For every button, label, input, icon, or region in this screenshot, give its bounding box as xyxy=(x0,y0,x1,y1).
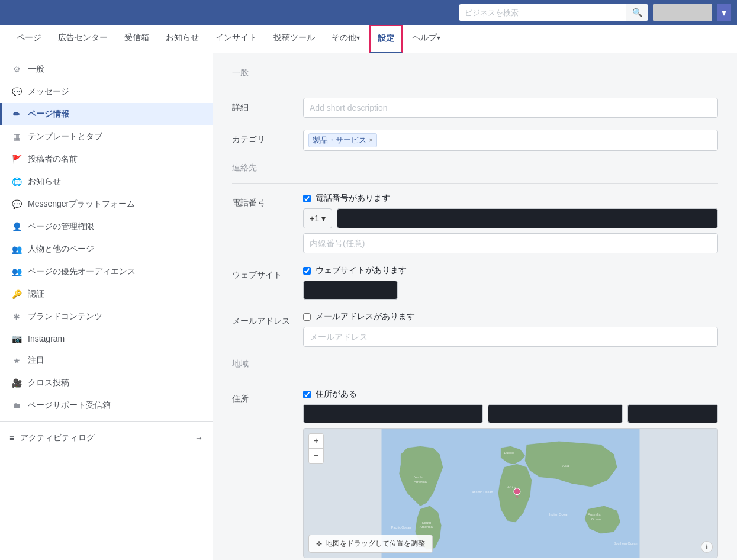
phone-checkbox[interactable] xyxy=(303,195,311,202)
detail-input[interactable] xyxy=(303,98,718,118)
sidebar-item-page-roles-label: ページの管理権限 xyxy=(28,221,94,232)
sidebar-item-page-info-label: ページ情報 xyxy=(28,109,69,120)
navbar: ページ 広告センター 受信箱 お知らせ インサイト 投稿ツール その他 設定 ヘ… xyxy=(0,25,737,53)
drag-icon: ✛ xyxy=(316,540,322,548)
nav-item-publishing-tools[interactable]: 投稿ツール xyxy=(266,25,322,53)
flag-icon: 🚩 xyxy=(11,155,22,164)
sidebar-item-preferred-audience[interactable]: 👥 ページの優先オーディエンス xyxy=(0,260,213,283)
phone-extension-input[interactable] xyxy=(303,233,718,253)
sidebar-item-verification[interactable]: 🔑 認証 xyxy=(0,283,213,305)
activity-log-left: ≡ アクティビティログ xyxy=(9,433,95,443)
website-control: ウェブサイトがあります xyxy=(303,265,718,300)
category-input-wrap[interactable]: 製品・サービス × xyxy=(303,130,718,151)
svg-text:Ocean: Ocean xyxy=(591,517,601,521)
sidebar-item-support-inbox[interactable]: 🖿 ページサポート受信箱 xyxy=(0,394,213,417)
address-city-field[interactable] xyxy=(488,404,623,423)
nav-item-inbox[interactable]: 受信箱 xyxy=(117,25,156,53)
phone-label: 電話番号 xyxy=(232,193,303,208)
nav-item-settings[interactable]: 設定 xyxy=(369,25,403,53)
category-remove-button[interactable]: × xyxy=(369,136,373,144)
sidebar-item-branded-content[interactable]: ✱ ブランドコンテンツ xyxy=(0,305,213,328)
sidebar-item-messenger-platform[interactable]: 💬 Messengerプラットフォーム xyxy=(0,193,213,215)
email-label: メールアドレス xyxy=(232,311,303,327)
sidebar-item-instagram[interactable]: 📷 Instagram xyxy=(0,328,213,349)
contact-section-title: 連絡先 xyxy=(232,163,718,173)
svg-text:Africa: Africa xyxy=(507,485,517,489)
instagram-icon: 📷 xyxy=(11,334,22,343)
category-tag[interactable]: 製品・サービス × xyxy=(308,133,377,147)
sidebar: ⚙ 一般 💬 メッセージ ✏ ページ情報 ▦ テンプレートとタブ 🚩 投稿者の名… xyxy=(0,53,213,560)
nav-item-insights[interactable]: インサイト xyxy=(208,25,264,53)
star-icon: ★ xyxy=(11,356,22,365)
email-checkbox[interactable] xyxy=(303,313,311,321)
nav-item-notifications[interactable]: お知らせ xyxy=(159,25,206,53)
search-button[interactable]: 🔍 xyxy=(626,4,648,21)
sidebar-item-page-info[interactable]: ✏ ページ情報 xyxy=(0,103,213,125)
svg-text:Indian Ocean: Indian Ocean xyxy=(549,513,568,516)
category-tag-text: 製品・サービス xyxy=(313,135,366,146)
grid-icon: ▦ xyxy=(11,132,22,141)
sidebar-item-preferred-audience-label: ページの優先オーディエンス xyxy=(28,266,136,277)
map-info-button[interactable]: ℹ xyxy=(701,541,713,553)
person-icon: 👤 xyxy=(11,222,22,231)
region-section-title: 地域 xyxy=(232,359,718,369)
topbar-dropdown-button[interactable]: ▾ xyxy=(717,4,731,21)
sidebar-item-people-pages[interactable]: 👥 人物と他のページ xyxy=(0,238,213,260)
phone-number-input[interactable] xyxy=(337,208,718,228)
email-input[interactable] xyxy=(303,327,718,347)
svg-point-14 xyxy=(514,488,520,495)
phone-control: 電話番号があります +1 ▾ xyxy=(303,193,718,253)
sidebar-item-featured[interactable]: ★ 注目 xyxy=(0,349,213,372)
svg-text:Pacific Ocean: Pacific Ocean xyxy=(391,526,411,529)
address-row: 住所 住所がある xyxy=(232,389,718,560)
nav-item-adcenter[interactable]: 広告センター xyxy=(51,25,115,53)
sidebar-item-templates[interactable]: ▦ テンプレートとタブ xyxy=(0,125,213,148)
audience-icon: 👥 xyxy=(11,267,22,276)
website-checkbox[interactable] xyxy=(303,267,311,275)
sidebar-bottom-activity-log[interactable]: ≡ アクティビティログ → xyxy=(0,427,213,449)
svg-text:North: North xyxy=(414,475,423,479)
sidebar-item-verification-label: 認証 xyxy=(28,289,44,300)
email-checkbox-label: メールアドレスがあります xyxy=(316,311,415,322)
svg-text:Southern Ocean: Southern Ocean xyxy=(614,542,638,545)
sidebar-item-author-name[interactable]: 🚩 投稿者の名前 xyxy=(0,148,213,170)
website-url-field[interactable] xyxy=(303,281,398,300)
address-label: 住所 xyxy=(232,389,303,404)
people-icon: 👥 xyxy=(11,244,22,254)
topbar: 🔍 ▾ xyxy=(0,0,737,25)
edit-icon: ✏ xyxy=(11,110,22,119)
sidebar-item-instagram-label: Instagram xyxy=(28,334,65,343)
nav-item-help[interactable]: ヘルプ xyxy=(405,25,448,53)
contact-divider xyxy=(232,183,718,184)
list-icon: ≡ xyxy=(9,433,14,443)
map-zoom-in[interactable]: + xyxy=(309,434,323,448)
map-zoom-out[interactable]: − xyxy=(309,449,323,463)
region-divider xyxy=(232,379,718,379)
phone-checkbox-row: 電話番号があります xyxy=(303,193,718,204)
address-zip-field[interactable] xyxy=(627,404,718,423)
sidebar-item-notifications[interactable]: 🌐 お知らせ xyxy=(0,170,213,193)
phone-number-row: +1 ▾ xyxy=(303,208,718,228)
sidebar-bottom: ≡ アクティビティログ → xyxy=(0,421,213,454)
address-street-field[interactable] xyxy=(303,404,483,423)
category-control: 製品・サービス × xyxy=(303,130,718,151)
sidebar-item-templates-label: テンプレートとタブ xyxy=(28,131,102,142)
messenger-icon: 💬 xyxy=(11,199,22,209)
sidebar-item-notifications-label: お知らせ xyxy=(28,176,61,187)
sidebar-item-page-roles[interactable]: 👤 ページの管理権限 xyxy=(0,215,213,238)
avatar xyxy=(653,4,712,21)
sidebar-item-branded-label: ブランドコンテンツ xyxy=(28,311,102,322)
sidebar-item-general[interactable]: ⚙ 一般 xyxy=(0,58,213,81)
country-code-selector[interactable]: +1 ▾ xyxy=(303,208,332,228)
address-checkbox[interactable] xyxy=(303,391,311,398)
sidebar-item-crossposting[interactable]: 🎥 クロス投稿 xyxy=(0,372,213,394)
country-code-arrow: ▾ xyxy=(321,214,326,223)
category-row: カテゴリ 製品・サービス × xyxy=(232,130,718,151)
activity-log-arrow: → xyxy=(195,433,203,443)
nav-item-more[interactable]: その他 xyxy=(324,25,367,53)
address-checkbox-label: 住所がある xyxy=(316,389,357,400)
nav-item-page[interactable]: ページ xyxy=(9,25,49,53)
folder-icon: 🖿 xyxy=(11,401,22,410)
sidebar-item-messages[interactable]: 💬 メッセージ xyxy=(0,81,213,103)
search-input[interactable] xyxy=(459,5,626,21)
